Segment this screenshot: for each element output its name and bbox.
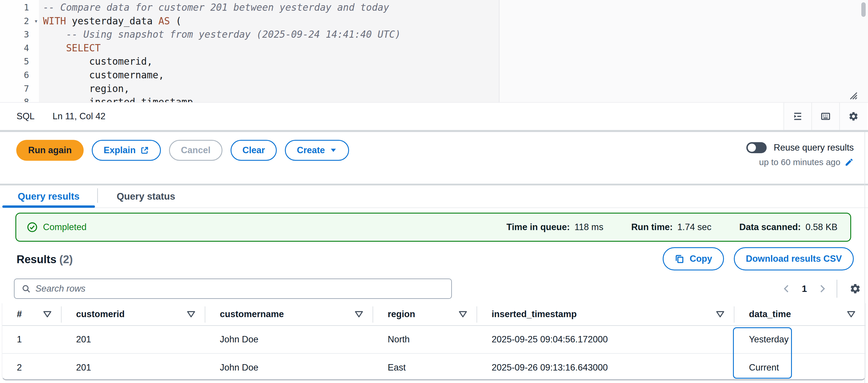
table-cell[interactable]: Current: [735, 354, 865, 380]
chevron-right-icon: [817, 284, 827, 293]
column-filter-icon[interactable]: [187, 310, 195, 318]
code-line[interactable]: 8 inserted_timestamp: [0, 96, 499, 102]
column-filter-icon[interactable]: [716, 310, 724, 318]
download-results-csv-button[interactable]: Download results CSV: [734, 247, 854, 270]
search-rows-box[interactable]: [14, 279, 452, 299]
pagination: 1: [778, 279, 868, 299]
cell-text: East: [388, 362, 406, 373]
fold-toggle-icon[interactable]: ▾: [29, 14, 43, 28]
code-text: WITH yesterday_data AS (: [43, 14, 182, 28]
cell-text: John Doe: [220, 334, 258, 345]
results-count: (2): [59, 253, 72, 266]
cancel-button[interactable]: Cancel: [169, 140, 222, 161]
next-page-button[interactable]: [813, 280, 831, 298]
reuse-query-results-label: Reuse query results: [774, 142, 854, 153]
table-cell[interactable]: East: [373, 354, 477, 380]
column-filter-icon[interactable]: [354, 310, 363, 318]
column-label: inserted_timestamp: [492, 309, 577, 319]
column-label: customerid: [76, 309, 125, 319]
query-stat: Time in queue:118 ms: [506, 222, 603, 233]
copy-icon: [675, 254, 684, 264]
query-status-banner: Completed Time in queue:118 msRun time:1…: [16, 213, 851, 242]
gear-icon: [849, 283, 861, 294]
page-number-button[interactable]: 1: [796, 283, 813, 294]
clear-button[interactable]: Clear: [230, 140, 277, 161]
search-icon: [22, 284, 31, 293]
shortcuts-button[interactable]: [811, 103, 839, 130]
line-number: 3: [0, 28, 29, 41]
copy-button[interactable]: Copy: [663, 247, 724, 270]
table-cell[interactable]: 201: [62, 326, 205, 353]
table-cell[interactable]: Yesterday: [735, 326, 865, 353]
stat-label: Time in queue:: [506, 222, 570, 233]
code-line[interactable]: 6 customername,: [0, 68, 499, 82]
column-header-region: region: [373, 303, 477, 325]
success-check-icon: [27, 222, 38, 233]
search-rows-input[interactable]: [35, 283, 436, 294]
reuse-duration-label: up to 60 minutes ago: [759, 157, 840, 167]
code-text: -- Compare data for customer 201 between…: [43, 1, 389, 14]
fold-slot: [29, 82, 43, 96]
code-line[interactable]: 2▾WITH yesterday_data AS (: [0, 14, 499, 28]
table-preferences-button[interactable]: [842, 279, 868, 299]
column-filter-icon[interactable]: [459, 310, 467, 318]
table-row[interactable]: 2201John DoeEast2025-09-26 09:13:16.6430…: [2, 354, 865, 380]
query-stat: Data scanned:0.58 KB: [739, 222, 838, 233]
query-stat: Run time:1.74 sec: [631, 222, 711, 233]
table-cell[interactable]: John Doe: [205, 326, 373, 353]
fold-slot: [29, 28, 43, 41]
active-tab-underline: [2, 205, 95, 208]
create-button[interactable]: Create: [285, 140, 349, 161]
tab-query-results[interactable]: Query results: [0, 185, 97, 207]
tab-query-status[interactable]: Query status: [97, 185, 194, 207]
editor-settings-button[interactable]: [839, 103, 867, 130]
sql-code-editor[interactable]: 1-- Compare data for customer 201 betwee…: [0, 0, 868, 102]
cell-text: 1: [17, 334, 22, 345]
table-cell[interactable]: John Doe: [205, 354, 373, 380]
run-again-button[interactable]: Run again: [16, 140, 84, 161]
keyboard-icon: [820, 111, 831, 121]
previous-page-button[interactable]: [778, 280, 796, 298]
code-text: customerid,: [43, 55, 153, 68]
table-row[interactable]: 1201John DoeNorth2025-09-25 09:04:56.172…: [2, 326, 865, 354]
code-line[interactable]: 1-- Compare data for customer 201 betwee…: [0, 1, 499, 14]
reuse-query-results-toggle[interactable]: [746, 142, 767, 153]
cell-text: John Doe: [220, 362, 258, 373]
explain-button[interactable]: Explain: [92, 140, 161, 161]
table-cell[interactable]: 2025-09-25 09:04:56.172000: [477, 326, 735, 353]
stat-value: 118 ms: [575, 222, 603, 233]
table-cell[interactable]: 201: [62, 354, 205, 380]
edit-pencil-icon[interactable]: [844, 158, 854, 167]
table-cell[interactable]: 2: [2, 354, 62, 380]
format-query-button[interactable]: [783, 103, 811, 130]
code-line[interactable]: 7 region,: [0, 82, 499, 96]
table-cell[interactable]: 1: [2, 326, 62, 353]
code-line[interactable]: 4 SELECT: [0, 41, 499, 55]
page-scrollbar-track[interactable]: [865, 132, 865, 383]
athena-query-editor-page: 1-- Compare data for customer 201 betwee…: [0, 0, 868, 383]
cell-text: 201: [76, 362, 91, 373]
column-header-inserted_timestamp: inserted_timestamp: [477, 303, 735, 325]
fold-slot: [29, 96, 43, 102]
column-filter-icon[interactable]: [43, 310, 52, 318]
query-stats: Time in queue:118 msRun time:1.74 secDat…: [506, 222, 838, 233]
code-text: region,: [43, 82, 129, 96]
code-lines[interactable]: 1-- Compare data for customer 201 betwee…: [0, 1, 499, 102]
gear-icon: [848, 111, 859, 121]
line-number: 1: [0, 1, 29, 14]
table-cell[interactable]: 2025-09-26 09:13:16.643000: [477, 354, 735, 380]
editor-resize-handle-icon[interactable]: [848, 91, 858, 100]
code-line[interactable]: 3 -- Using snapshot from yesterday (2025…: [0, 28, 499, 41]
fold-slot: [29, 1, 43, 14]
external-link-icon: [140, 146, 149, 155]
line-number: 2: [0, 14, 29, 28]
fold-slot: [29, 68, 43, 82]
results-header: Results(2) Copy Download results CSV: [0, 247, 868, 272]
table-cell[interactable]: North: [373, 326, 477, 353]
column-label: data_time: [749, 309, 791, 319]
code-line[interactable]: 5 customerid,: [0, 55, 499, 68]
column-filter-icon[interactable]: [847, 310, 856, 318]
results-tabs: Query results Query status: [0, 185, 868, 208]
column-header-customername: customername: [205, 303, 373, 325]
editor-scrollbar-thumb[interactable]: [861, 2, 866, 17]
